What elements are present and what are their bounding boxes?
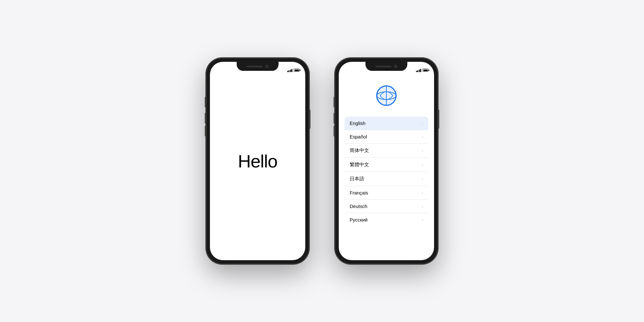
chevron-japanese: › [422, 176, 423, 182]
lang-name-french: Français [350, 190, 368, 195]
lang-name-simplified-chinese: 简体中文 [350, 147, 369, 154]
battery-body-language [422, 69, 428, 72]
camera-language [394, 65, 397, 68]
phone-hello: Hello [206, 58, 309, 264]
language-item-french[interactable]: Français › [345, 186, 428, 200]
globe-icon [375, 84, 398, 107]
chevron-russian: › [422, 217, 423, 223]
chevron-french: › [422, 190, 423, 195]
chevron-espanol: › [422, 134, 423, 139]
status-icons-hello [287, 68, 300, 72]
chevron-simplified-chinese: › [422, 148, 423, 153]
phone-hello-inner: Hello [210, 62, 305, 260]
battery-body-hello [294, 69, 299, 72]
chevron-english: › [422, 121, 423, 126]
language-item-english[interactable]: English › [345, 117, 428, 130]
signal-hello [287, 68, 293, 72]
lang-name-espanol: Español [350, 134, 367, 139]
speaker-hello [247, 66, 263, 67]
chevron-traditional-chinese: › [422, 162, 423, 167]
language-list: English › Español › 简体中文 › 繁體中文 › [345, 117, 428, 226]
lang-name-english: English [350, 120, 365, 126]
lang-name-russian: Русский [350, 217, 368, 223]
battery-fill-language [423, 70, 428, 71]
lang-name-japanese: 日本語 [350, 176, 364, 182]
language-item-japanese[interactable]: 日本語 › [345, 172, 428, 186]
notch-language [365, 62, 407, 71]
language-item-german[interactable]: Deutsch › [345, 200, 428, 213]
notch-hello [237, 62, 279, 71]
battery-language [422, 69, 428, 72]
lang-name-german: Deutsch [350, 204, 367, 209]
lang-name-traditional-chinese: 繁體中文 [350, 162, 369, 168]
language-item-espanol[interactable]: Español › [345, 130, 428, 144]
status-icons-language [416, 68, 429, 72]
speaker-language [375, 66, 392, 67]
battery-hello [294, 69, 299, 72]
chevron-german: › [422, 204, 423, 209]
hello-text: Hello [238, 151, 278, 172]
camera-hello [265, 65, 269, 68]
phone-language: English › Español › 简体中文 › 繁體中文 › [335, 58, 438, 264]
language-item-traditional-chinese[interactable]: 繁體中文 › [345, 158, 428, 172]
signal-language [416, 68, 421, 72]
language-item-russian[interactable]: Русский › [345, 213, 428, 226]
language-item-simplified-chinese[interactable]: 简体中文 › [345, 144, 428, 158]
screen-language: English › Español › 简体中文 › 繁體中文 › [339, 62, 434, 260]
phone-language-inner: English › Español › 简体中文 › 繁體中文 › [339, 62, 434, 260]
phones-container: Hello [206, 58, 438, 264]
screen-hello: Hello [210, 62, 305, 260]
battery-fill-hello [295, 70, 299, 71]
